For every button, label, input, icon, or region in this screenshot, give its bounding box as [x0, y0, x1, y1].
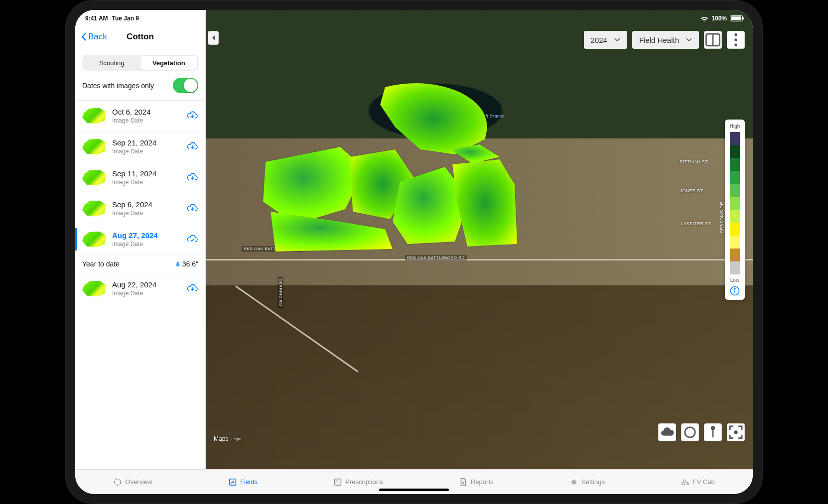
weather-button[interactable]	[658, 423, 676, 441]
info-icon[interactable]	[730, 286, 740, 296]
legend-swatch	[730, 171, 740, 184]
vegetation-thumbnail	[82, 108, 106, 124]
cloud-download-icon[interactable]	[186, 142, 198, 152]
date-item[interactable]: Aug 27, 2024 Image Date	[75, 224, 205, 255]
pin-icon	[704, 424, 721, 441]
svg-point-9	[711, 426, 715, 430]
date-list[interactable]: Oct 6, 2024 Image Date Sep 21, 2024 Imag…	[75, 101, 205, 469]
date-sublabel: Image Date	[112, 148, 180, 155]
legend-color-bar	[730, 132, 740, 274]
chevron-down-icon	[686, 38, 692, 42]
tab-prescriptions[interactable]: Prescriptions	[333, 478, 383, 487]
svg-point-11	[735, 431, 737, 433]
date-item[interactable]: Sep 11, 2024 Image Date	[75, 162, 205, 193]
road-label-derring: DERRING RD	[278, 277, 283, 309]
vegetation-thumbnail	[82, 201, 106, 217]
legend-low-label: Low	[730, 277, 739, 283]
svg-point-8	[685, 427, 695, 437]
vegetation-thumbnail	[82, 139, 106, 155]
battery-icon	[730, 15, 743, 21]
date-label: Sep 11, 2024	[112, 169, 180, 178]
status-date: Tue Jan 9	[112, 15, 139, 22]
tab-settings[interactable]: Settings	[569, 478, 605, 487]
legend-swatch	[730, 132, 740, 145]
street-label-sessoms: SESSOMS DR	[719, 202, 724, 233]
date-sublabel: Image Date	[112, 290, 180, 297]
split-view-button[interactable]	[704, 31, 722, 49]
vegetation-thumbnail	[82, 232, 106, 248]
svg-point-7	[734, 288, 735, 289]
date-label: Sep 6, 2024	[112, 200, 180, 209]
layer-dropdown[interactable]: Field Health	[632, 31, 699, 49]
svg-point-18	[682, 482, 685, 485]
images-only-toggle[interactable]	[173, 78, 198, 93]
date-label: Oct 6, 2024	[112, 108, 180, 116]
tab-reports[interactable]: Reports	[459, 478, 494, 487]
tab-reports-label: Reports	[471, 478, 494, 486]
legend-swatch	[730, 223, 740, 236]
date-item[interactable]: Sep 21, 2024 Image Date	[75, 131, 205, 162]
locate-button[interactable]	[681, 423, 699, 441]
gear-icon	[569, 478, 578, 487]
fields-icon	[228, 478, 237, 487]
sidebar: Back Cotton Scouting Vegetation Dates wi…	[75, 10, 206, 469]
tab-overview[interactable]: Overview	[113, 478, 152, 487]
more-button[interactable]	[727, 31, 745, 49]
home-indicator	[379, 489, 449, 491]
tab-fvcab[interactable]: FV Cab	[681, 478, 715, 487]
legend-swatch	[730, 158, 740, 171]
cloud-check-icon[interactable]	[186, 235, 198, 245]
split-view-icon	[704, 31, 721, 48]
tab-prescriptions-label: Prescriptions	[345, 478, 383, 486]
ytd-label: Year to date	[82, 260, 120, 268]
tab-vegetation[interactable]: Vegetation	[140, 56, 198, 70]
images-only-label: Dates with images only	[82, 82, 154, 90]
ytd-row: Year to date 36.6"	[75, 255, 205, 273]
legend-swatch	[730, 210, 740, 223]
screen: 9:41 AM Tue Jan 9 100% Back Cotton	[75, 10, 753, 494]
battery-pct: 100%	[711, 15, 727, 22]
cloud-download-icon[interactable]	[186, 111, 198, 121]
date-label: Sep 21, 2024	[112, 138, 180, 147]
date-sublabel: Image Date	[112, 179, 180, 186]
more-vertical-icon	[727, 31, 744, 48]
maps-label: Maps	[214, 435, 228, 442]
prescriptions-icon	[333, 478, 342, 487]
tab-scouting[interactable]: Scouting	[83, 56, 140, 70]
back-button[interactable]: Back	[81, 32, 107, 42]
tab-overview-label: Overview	[125, 478, 152, 486]
year-dropdown[interactable]: 2024	[584, 31, 627, 49]
street-label-pittman: PITTMAN ST	[680, 159, 708, 164]
tab-fields-label: Fields	[240, 478, 258, 486]
date-sublabel: Image Date	[112, 117, 180, 124]
cloud-download-icon[interactable]	[186, 284, 198, 294]
collapse-sidebar-button[interactable]	[208, 31, 219, 45]
date-item[interactable]: Oct 6, 2024 Image Date	[75, 101, 205, 131]
maps-legal[interactable]: Legal	[231, 437, 241, 441]
street-label-lassiter: LASSITER ST	[681, 221, 711, 226]
ytd-value: 36.6"	[182, 260, 198, 268]
pin-button[interactable]	[704, 423, 722, 441]
vegetation-thumbnail	[82, 170, 106, 186]
tab-settings-label: Settings	[581, 478, 605, 486]
date-sublabel: Image Date	[112, 210, 180, 217]
tractor-icon	[681, 478, 690, 487]
back-label: Back	[88, 32, 107, 42]
tab-fvcab-label: FV Cab	[693, 478, 715, 486]
map-pane[interactable]: RED OAK BATTLEBORO RD RED OAK BATTLEBORO…	[206, 10, 753, 469]
fullscreen-button[interactable]	[727, 423, 745, 441]
date-label: Aug 22, 2024	[112, 280, 180, 289]
vegetation-overlay	[246, 80, 525, 269]
ipad-frame: 9:41 AM Tue Jan 9 100% Back Cotton	[65, 0, 763, 504]
cloud-download-icon[interactable]	[186, 173, 198, 183]
date-item[interactable]: Aug 22, 2024 Image Date	[75, 273, 205, 304]
legend-swatch	[730, 236, 740, 249]
date-item[interactable]: Sep 6, 2024 Image Date	[75, 193, 205, 224]
cloud-icon	[659, 424, 676, 441]
legend-swatch	[730, 145, 740, 158]
legend-high-label: High	[730, 124, 740, 129]
status-time: 9:41 AM	[85, 15, 108, 22]
cloud-download-icon[interactable]	[186, 204, 198, 214]
chevron-left-icon	[81, 32, 87, 41]
tab-fields[interactable]: Fields	[228, 478, 258, 487]
